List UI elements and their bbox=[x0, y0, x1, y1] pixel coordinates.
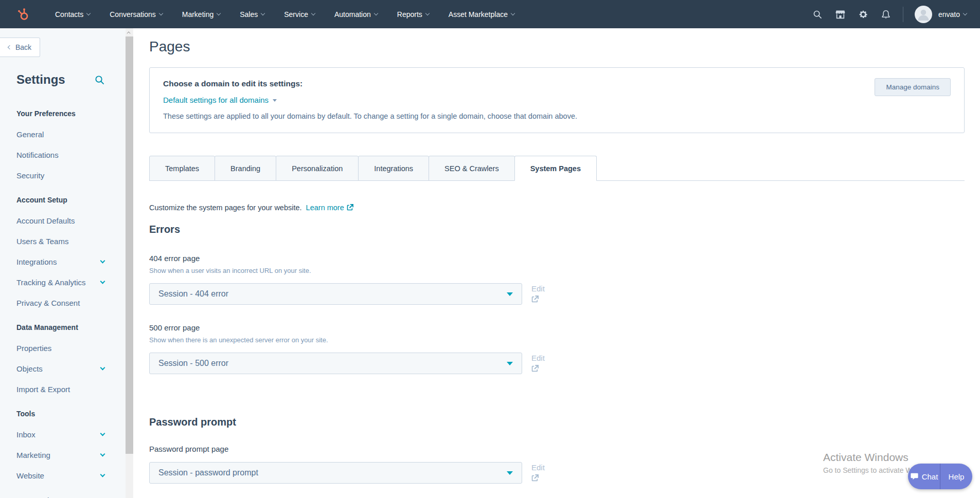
chevron-down-icon bbox=[100, 431, 105, 436]
external-link-icon[interactable] bbox=[531, 296, 539, 303]
chevron-down-icon bbox=[159, 11, 163, 15]
sidebar-item-domains-urls[interactable]: Domains & URLs bbox=[27, 496, 86, 498]
sidebar-section-account-setup: Account Setup bbox=[0, 190, 133, 210]
domain-selector-value: Default settings for all domains bbox=[163, 96, 269, 104]
nav-item-asset-marketplace[interactable]: Asset Marketplace bbox=[439, 0, 524, 28]
nav-item-label: Reports bbox=[397, 10, 422, 19]
sidebar-item-import-export[interactable]: Import & Export bbox=[0, 379, 133, 399]
nav-item-conversations[interactable]: Conversations bbox=[100, 0, 172, 28]
tab-integrations[interactable]: Integrations bbox=[358, 156, 429, 181]
sidebar-item-properties[interactable]: Properties bbox=[0, 338, 133, 358]
settings-gear-icon[interactable] bbox=[859, 10, 868, 19]
sidebar-item-security[interactable]: Security bbox=[0, 165, 133, 186]
field-password-prompt: Password prompt page Session - password … bbox=[149, 445, 965, 484]
edit-link[interactable]: Edit bbox=[531, 463, 545, 472]
hubspot-logo-icon[interactable] bbox=[15, 7, 31, 22]
nav-item-automation[interactable]: Automation bbox=[325, 0, 387, 28]
tab-templates[interactable]: Templates bbox=[149, 156, 215, 181]
nav-item-label: Asset Marketplace bbox=[449, 10, 508, 19]
back-label: Back bbox=[15, 43, 31, 51]
page-select-500[interactable]: Session - 500 error bbox=[149, 353, 522, 374]
marketplace-icon[interactable] bbox=[835, 10, 845, 19]
account-menu[interactable]: envato bbox=[938, 10, 967, 19]
chevron-down-icon bbox=[100, 472, 105, 477]
domain-settings-card: Choose a domain to edit its settings: De… bbox=[149, 67, 965, 133]
sidebar-item-privacy-consent[interactable]: Privacy & Consent bbox=[0, 292, 133, 313]
search-icon[interactable] bbox=[813, 10, 822, 19]
account-name: envato bbox=[938, 10, 960, 19]
sidebar-section-tools: Tools bbox=[0, 403, 133, 424]
sidebar-scrollbar[interactable] bbox=[126, 28, 133, 498]
sidebar-item-account-defaults[interactable]: Account Defaults bbox=[0, 210, 133, 231]
field-label: 404 error page bbox=[149, 254, 965, 263]
nav-item-contacts[interactable]: Contacts bbox=[45, 0, 100, 28]
avatar[interactable] bbox=[915, 6, 932, 23]
nav-item-label: Conversations bbox=[110, 10, 156, 19]
domain-card-description: These settings are applied to all your d… bbox=[163, 112, 951, 120]
tab-personalization[interactable]: Personalization bbox=[276, 156, 359, 181]
back-button[interactable]: Back bbox=[0, 38, 40, 57]
chevron-down-icon bbox=[86, 11, 91, 15]
main-content: Pages Choose a domain to edit its settin… bbox=[133, 28, 980, 498]
domain-selector-dropdown[interactable]: Default settings for all domains bbox=[163, 96, 277, 104]
sidebar-item-general[interactable]: General bbox=[0, 124, 133, 144]
field-500-error: 500 error page Show when there is an une… bbox=[149, 323, 965, 374]
chevron-down-icon bbox=[311, 11, 315, 15]
intro-sentence: Customize the system pages for your webs… bbox=[149, 204, 302, 212]
help-label: Help bbox=[949, 472, 965, 481]
chevron-left-icon bbox=[8, 45, 12, 49]
nav-divider bbox=[903, 7, 903, 22]
help-button[interactable]: Help bbox=[940, 464, 972, 489]
primary-menu: Contacts Conversations Marketing Sales S… bbox=[45, 0, 524, 28]
sidebar-nav: Your Preferences General Notifications S… bbox=[0, 103, 133, 486]
edit-link[interactable]: Edit bbox=[531, 354, 545, 362]
chat-button[interactable]: Chat bbox=[908, 464, 940, 489]
field-label: 500 error page bbox=[149, 323, 965, 332]
sidebar-item-website[interactable]: Website bbox=[0, 465, 133, 486]
sidebar-item-marketing[interactable]: Marketing bbox=[0, 445, 133, 465]
manage-domains-button[interactable]: Manage domains bbox=[875, 78, 951, 96]
sidebar-section-your-preferences: Your Preferences bbox=[0, 103, 133, 124]
chevron-down-icon bbox=[100, 365, 105, 370]
nav-item-label: Sales bbox=[240, 10, 258, 19]
scrollbar-thumb[interactable] bbox=[126, 36, 133, 454]
chevron-down-icon bbox=[374, 11, 378, 15]
field-help: Show when a user visits an incorrect URL… bbox=[149, 267, 965, 274]
learn-more-link[interactable]: Learn more bbox=[306, 204, 344, 212]
page-select-404[interactable]: Session - 404 error bbox=[149, 283, 522, 305]
chat-bubble-icon bbox=[910, 472, 919, 481]
external-link-icon[interactable] bbox=[531, 365, 539, 372]
sidebar-search-icon[interactable] bbox=[95, 75, 104, 85]
settings-tabs: Templates Branding Personalization Integ… bbox=[149, 156, 965, 181]
nav-item-service[interactable]: Service bbox=[274, 0, 325, 28]
nav-item-label: Contacts bbox=[55, 10, 83, 19]
select-value: Session - password prompt bbox=[158, 468, 258, 477]
scrollbar-up-arrow-icon[interactable] bbox=[126, 28, 133, 36]
nav-item-label: Automation bbox=[334, 10, 371, 19]
external-link-icon[interactable] bbox=[531, 474, 539, 482]
sidebar-section-data-management: Data Management bbox=[0, 317, 133, 338]
tab-seo-crawlers[interactable]: SEO & Crawlers bbox=[429, 156, 515, 181]
sidebar-item-objects[interactable]: Objects bbox=[0, 358, 133, 379]
page-select-password-prompt[interactable]: Session - password prompt bbox=[149, 462, 522, 484]
sidebar-item-integrations[interactable]: Integrations bbox=[0, 251, 133, 272]
nav-item-marketing[interactable]: Marketing bbox=[172, 0, 230, 28]
tab-branding[interactable]: Branding bbox=[215, 156, 276, 181]
notifications-bell-icon[interactable] bbox=[881, 10, 890, 19]
sidebar-title: Settings bbox=[16, 72, 65, 87]
caret-down-icon bbox=[507, 471, 513, 475]
sidebar-item-notifications[interactable]: Notifications bbox=[0, 144, 133, 165]
edit-link[interactable]: Edit bbox=[531, 284, 545, 293]
chevron-down-icon bbox=[425, 11, 430, 15]
tab-system-pages[interactable]: System Pages bbox=[514, 156, 597, 181]
chevron-down-icon bbox=[100, 258, 105, 263]
sidebar-item-users-teams[interactable]: Users & Teams bbox=[0, 231, 133, 251]
chevron-down-icon bbox=[511, 11, 515, 15]
sidebar-item-inbox[interactable]: Inbox bbox=[0, 424, 133, 445]
external-link-icon bbox=[347, 204, 353, 212]
chevron-down-icon bbox=[100, 279, 105, 284]
sidebar-item-tracking-analytics[interactable]: Tracking & Analytics bbox=[0, 272, 133, 292]
select-value: Session - 404 error bbox=[158, 289, 228, 299]
nav-item-sales[interactable]: Sales bbox=[230, 0, 274, 28]
nav-item-reports[interactable]: Reports bbox=[387, 0, 439, 28]
